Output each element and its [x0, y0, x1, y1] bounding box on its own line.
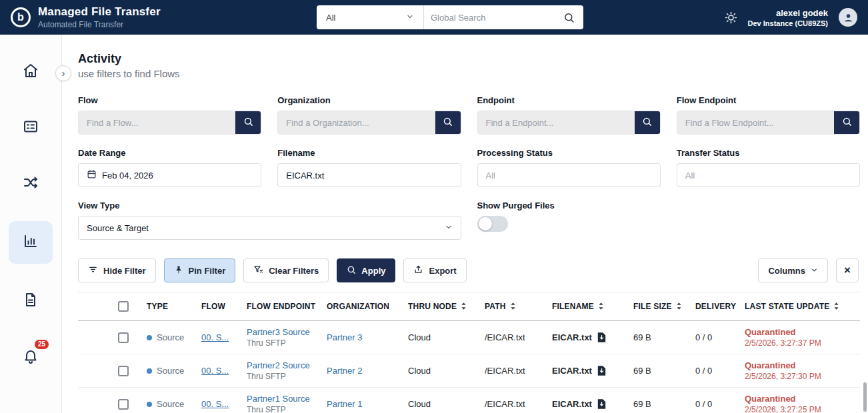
pin-filter-button[interactable]: Pin Filter	[164, 258, 236, 282]
filter-search-input[interactable]	[79, 111, 235, 134]
filter-search-button[interactable]	[235, 111, 261, 134]
source-dot-icon	[147, 335, 152, 340]
show-purged-field: Show Purged Files	[477, 201, 661, 240]
chevron-down-icon	[406, 13, 414, 23]
column-header-last-state-update[interactable]: LAST STATE UPDATE	[745, 292, 860, 321]
last-state-cell: Quarantined 2/5/2026, 3:27:25 PM	[745, 388, 860, 413]
flow-endpoint-link[interactable]: Partner1 Source	[247, 394, 310, 404]
column-label: LAST STATE UPDATE	[745, 302, 829, 311]
column-header-filename[interactable]: FILENAME	[552, 292, 633, 321]
scrollbar-thumb[interactable]	[863, 382, 867, 412]
close-panel-button[interactable]: ×	[836, 258, 859, 282]
column-header-thru-node[interactable]: THRU NODE	[408, 292, 485, 321]
date-range-input[interactable]: Feb 04, 2026	[78, 163, 261, 187]
filename-field: Filename	[277, 148, 461, 187]
download-file-icon[interactable]	[597, 332, 606, 342]
export-button[interactable]: Export	[403, 258, 466, 282]
processing-status-select[interactable]: All	[477, 163, 661, 187]
sidebar-item-activity[interactable]	[9, 221, 53, 264]
view-type-select[interactable]: Source & Target	[78, 216, 461, 240]
app-logo[interactable]: b	[11, 7, 31, 27]
transfer-status-select[interactable]: All	[677, 163, 860, 187]
filter-search-input[interactable]	[478, 111, 635, 134]
activity-table-wrap: TYPEFLOWFLOW ENDPOINTORGANIZATIONTHRU NO…	[78, 292, 860, 413]
filter-search-input[interactable]	[677, 111, 834, 134]
column-label: THRU NODE	[408, 302, 457, 311]
search-scope-select[interactable]: All	[317, 5, 424, 29]
flow-endpoint-link[interactable]: Partner2 Source	[247, 360, 310, 370]
global-search-input[interactable]	[424, 13, 555, 23]
apply-button[interactable]: Apply	[337, 258, 395, 282]
flow-link[interactable]: 00. S...	[201, 399, 229, 409]
flow-link[interactable]: 00. S...	[201, 332, 229, 342]
document-icon	[23, 292, 39, 310]
row-checkbox[interactable]	[118, 366, 129, 376]
chevron-down-icon	[811, 266, 818, 276]
filter-search-label: Flow	[78, 95, 261, 105]
status-timestamp: 2/5/2026, 3:27:30 PM	[745, 372, 855, 381]
column-header-file-size[interactable]: FILE SIZE	[633, 292, 695, 321]
thru-node-cell: Cloud	[408, 388, 485, 413]
notification-badge: 25	[35, 340, 49, 349]
thru-node-cell: Cloud	[408, 321, 485, 354]
sidebar-item-documents[interactable]	[11, 282, 50, 320]
column-label: PATH	[485, 302, 506, 311]
download-file-icon[interactable]	[597, 366, 606, 376]
delivery-cell: 0 / 0	[695, 321, 745, 354]
organization-link[interactable]: Partner 1	[327, 399, 362, 409]
columns-button[interactable]: Columns	[758, 258, 828, 282]
user-name: alexei godek	[748, 8, 828, 18]
column-header-path[interactable]: PATH	[485, 292, 552, 321]
search-icon	[347, 265, 356, 276]
filter-search-button[interactable]	[435, 111, 461, 134]
download-file-icon[interactable]	[597, 399, 606, 409]
sidebar-item-organizations[interactable]	[11, 109, 50, 147]
organization-link[interactable]: Partner 2	[327, 366, 362, 376]
file-size-cell: 69 B	[633, 321, 695, 354]
theme-toggle-sun-icon[interactable]	[725, 11, 737, 24]
hide-filter-button[interactable]: Hide Filter	[78, 258, 156, 282]
thru-node-value: Cloud	[408, 399, 431, 409]
path-cell: /EICAR.txt	[485, 354, 552, 388]
row-checkbox[interactable]	[118, 399, 129, 410]
filter-search-button[interactable]	[635, 111, 660, 134]
file-size-cell: 69 B	[633, 354, 695, 388]
filename-input[interactable]	[286, 171, 452, 181]
sort-icon[interactable]	[460, 302, 467, 310]
filter-search-button[interactable]	[834, 111, 859, 134]
hide-filter-label: Hide Filter	[103, 266, 146, 276]
toolbar-right: Columns ×	[758, 258, 859, 282]
row-checkbox-cell	[78, 354, 147, 388]
sidebar-item-flows[interactable]	[11, 165, 50, 203]
sidebar-item-notifications[interactable]: 25	[11, 338, 50, 376]
filter-search-input[interactable]	[278, 111, 435, 134]
clear-filters-label: Clear Filters	[269, 266, 319, 276]
show-purged-toggle[interactable]	[477, 216, 508, 232]
user-avatar[interactable]	[839, 8, 857, 27]
source-dot-icon	[147, 402, 152, 407]
clear-filters-button[interactable]: Clear Filters	[243, 258, 329, 282]
filename-value: EICAR.txt	[552, 332, 592, 342]
flow-endpoint-link[interactable]: Partner3 Source	[247, 327, 310, 337]
sort-icon[interactable]	[509, 302, 517, 310]
sidebar-item-home[interactable]	[11, 53, 50, 91]
delivery-cell: 0 / 0	[695, 354, 745, 388]
path-value: /EICAR.txt	[485, 366, 525, 376]
global-search-icon[interactable]	[555, 12, 583, 23]
flow-endpoint-cell: Partner1 Source Thru SFTP	[247, 388, 327, 413]
processing-status-value: All	[486, 171, 495, 181]
date-range-value: Feb 04, 2026	[102, 171, 153, 181]
filename-value: EICAR.txt	[552, 366, 592, 376]
filter-search-field: Flow Endpoint	[677, 95, 860, 135]
sort-icon[interactable]	[833, 302, 840, 310]
sidebar-collapse-button[interactable]: ›	[55, 65, 71, 81]
organization-cell: Partner 2	[327, 354, 408, 388]
sort-icon[interactable]	[675, 302, 683, 310]
select-all-checkbox[interactable]	[118, 301, 129, 312]
columns-label: Columns	[768, 266, 805, 276]
sort-icon[interactable]	[597, 302, 605, 310]
row-checkbox[interactable]	[118, 332, 129, 343]
search-icon	[243, 117, 253, 129]
flow-link[interactable]: 00. S...	[201, 366, 229, 376]
organization-link[interactable]: Partner 3	[327, 332, 362, 342]
